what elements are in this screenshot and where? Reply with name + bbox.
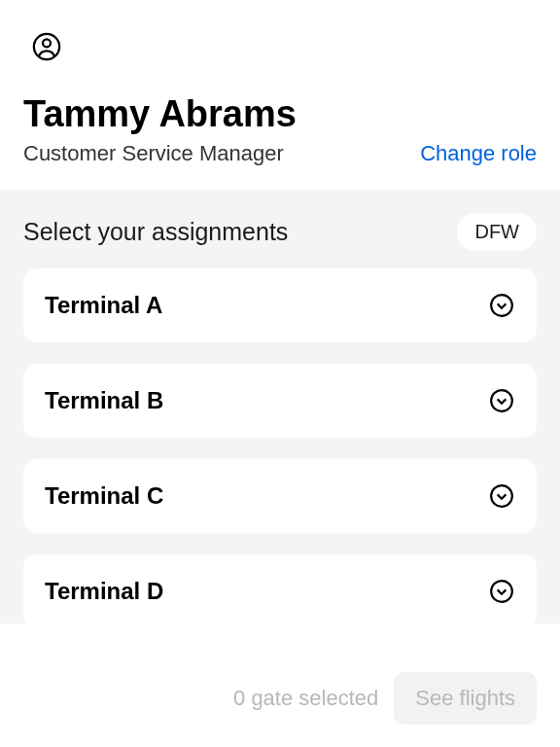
terminal-label: Terminal A [45,292,162,319]
terminal-item-b[interactable]: Terminal B [23,364,537,438]
chevron-down-icon [488,292,515,319]
location-chip[interactable]: DFW [457,213,537,251]
terminal-item-a[interactable]: Terminal A [23,268,537,342]
header: Tammy Abrams Customer Service Manager Ch… [0,0,560,190]
footer: 0 gate selected See flights [0,650,560,747]
role-label: Customer Service Manager [23,141,284,166]
change-role-link[interactable]: Change role [420,141,537,166]
svg-point-1 [43,39,51,47]
terminal-item-c[interactable]: Terminal C [23,459,537,533]
terminal-label: Terminal D [45,578,163,605]
svg-point-4 [491,485,512,507]
assignments-section: Select your assignments DFW Terminal A T… [0,190,560,623]
chevron-down-icon [488,387,515,414]
terminal-item-d[interactable]: Terminal D [23,554,537,623]
user-name: Tammy Abrams [23,93,537,135]
terminal-label: Terminal B [45,387,163,414]
section-header: Select your assignments DFW [0,190,560,268]
chevron-down-icon [488,482,515,510]
chevron-down-icon [488,578,515,605]
avatar-icon[interactable] [31,31,62,62]
terminal-label: Terminal C [45,482,163,510]
svg-point-3 [491,390,512,411]
see-flights-button[interactable]: See flights [394,672,537,725]
gate-status: 0 gate selected [233,686,378,711]
svg-point-5 [491,581,512,602]
role-row: Customer Service Manager Change role [23,141,537,166]
svg-point-2 [491,295,512,316]
name-row: Tammy Abrams Customer Service Manager Ch… [23,93,537,166]
section-title: Select your assignments [23,218,288,246]
terminal-list: Terminal A Terminal B Terminal C [0,268,560,623]
